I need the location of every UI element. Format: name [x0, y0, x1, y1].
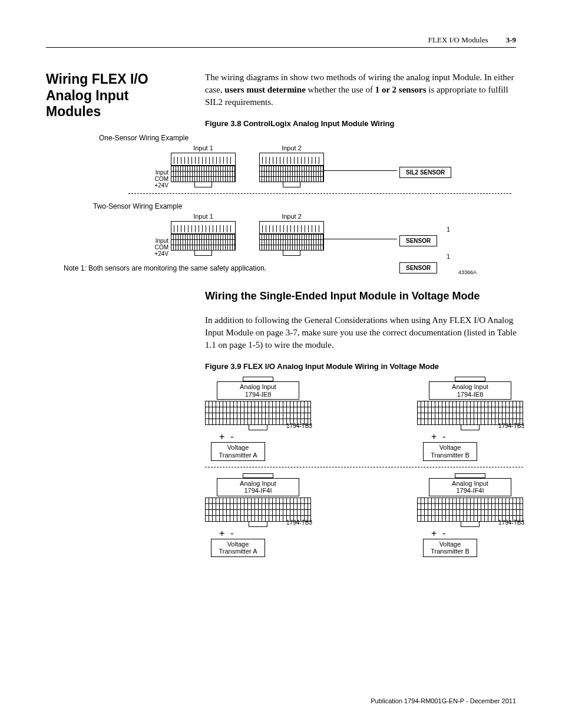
one-sensor-subcaption: One-Sensor Wiring Example [99, 134, 511, 142]
page: FLEX I/O Modules 3-9 Wiring FLEX I/O Ana… [0, 0, 562, 728]
figure-3-9-caption: Figure 3.9 FLEX I/O Analog Input Module … [205, 362, 523, 371]
note-1-text: Note 1: Both sensors are monitoring the … [64, 264, 511, 272]
label-com: COM [140, 176, 168, 182]
figure-3-8-diagram: One-Sensor Wiring Example Input COM +24V… [64, 134, 511, 272]
fig39-top-row: Analog Input 1794-IE8 1794-TB3 +- Voltag… [205, 377, 523, 461]
vt-a2-l1: Voltage [227, 541, 249, 548]
module-input-1: Input 1 [171, 144, 236, 187]
vt-b-l1: Voltage [439, 444, 461, 451]
intro-bold-2: 1 or 2 sensors [375, 85, 427, 94]
two-sensor-subcaption: Two-Sensor Wiring Example [93, 202, 182, 210]
vt-b2-l2: Transmitter B [431, 548, 470, 555]
note1-ref-a: 1 [447, 226, 450, 233]
module-2-label: Input 2 [259, 144, 324, 151]
mod-if4i-line2-a: 1794-IF4I [244, 487, 272, 494]
module-1-label: Input 1 [171, 144, 236, 151]
fig39-bottom-row: Analog Input 1794-IF4I 1794-TB3 +- Volta… [205, 473, 523, 558]
tb3-label-a: 1794-TB3 [286, 423, 312, 429]
terminal-labels-2: Input COM +24V [140, 213, 171, 257]
section-title: Wiring FLEX I/O Analog Input Modules [46, 71, 187, 120]
figure-3-9-diagram: Analog Input 1794-IE8 1794-TB3 +- Voltag… [205, 377, 523, 557]
assembly-ie8-b: Analog Input 1794-IE8 1794-TB3 +- Voltag… [417, 377, 523, 461]
tb3-label-d: 1794-TB3 [498, 519, 524, 526]
figure-3-8-caption: Figure 3.8 ControlLogix Analog Input Mod… [205, 119, 523, 128]
mod-ie8-line1-b: Analog Input [452, 383, 488, 390]
label-com-2: COM [140, 244, 168, 251]
running-header: FLEX I/O Modules 3-9 [46, 35, 516, 45]
intro-bold-1: users must determine [224, 85, 305, 94]
module-2b-label: Input 2 [259, 213, 324, 220]
intro-text-2: whether the use of [306, 85, 375, 94]
footer-publication: Publication 1794-RM001G-EN-P - December … [371, 697, 516, 704]
vt-a-l2: Transmitter A [219, 452, 257, 459]
two-sensor-row: Input COM +24V Input 1 Input 2 [140, 213, 511, 257]
polarity-b: +- [431, 431, 523, 442]
polarity-d: +- [431, 528, 523, 539]
voltage-transmitter-a2: Voltage Transmitter A [211, 539, 265, 557]
header-rule [46, 47, 516, 48]
vt-b2-l1: Voltage [439, 541, 461, 548]
polarity-c: +- [219, 528, 311, 539]
mod-if4i-line1-a: Analog Input [240, 480, 276, 487]
one-sensor-row: Input COM +24V Input 1 Input 2 [140, 144, 511, 189]
label-input: Input [140, 169, 168, 176]
header-section: FLEX I/O Modules [428, 35, 488, 45]
tb3-label-c: 1794-TB3 [286, 519, 312, 526]
sensor-box-b: SENSOR [399, 262, 437, 274]
header-page-number: 3-9 [506, 35, 516, 45]
assembly-if4i-b: Analog Input 1794-IF4I 1794-TB3 +- Volta… [417, 473, 523, 558]
sil2-sensor-box: SIL2 SENSOR [399, 167, 451, 178]
figure-ref-number: 43366A [458, 269, 477, 275]
voltage-transmitter-b2: Voltage Transmitter B [423, 539, 477, 557]
polarity-a: +- [219, 431, 311, 442]
wire-to-sensor [323, 170, 397, 171]
tb3-label-b: 1794-TB3 [498, 423, 524, 429]
assembly-ie8-a: Analog Input 1794-IE8 1794-TB3 +- Voltag… [205, 377, 311, 461]
dash-divider-1 [128, 193, 511, 194]
vt-a-l1: Voltage [227, 444, 249, 451]
subsection-body: In addition to following the General Con… [205, 314, 523, 351]
intro-paragraph: The wiring diagrams in show two methods … [205, 71, 523, 108]
label-input-2: Input [140, 238, 168, 244]
mod-if4i-line1-b: Analog Input [452, 480, 488, 487]
mod-if4i-line2-b: 1794-IF4I [456, 487, 484, 494]
module-input-2b: Input 2 [259, 213, 324, 256]
mod-ie8-line1-a: Analog Input [240, 383, 276, 390]
module-input-1b: Input 1 [171, 213, 236, 256]
voltage-transmitter-b: Voltage Transmitter B [423, 442, 477, 460]
vt-b-l2: Transmitter B [431, 452, 470, 459]
mod-ie8-line2-b: 1794-IE8 [457, 391, 484, 398]
subsection-title: Wiring the Single-Ended Input Module in … [205, 290, 523, 302]
note1-ref-b: 1 [447, 253, 450, 260]
vt-a2-l2: Transmitter A [219, 548, 257, 555]
assembly-if4i-a: Analog Input 1794-IF4I 1794-TB3 +- Volta… [205, 473, 311, 558]
voltage-transmitter-a: Voltage Transmitter A [211, 442, 265, 460]
mod-ie8-line2-a: 1794-IE8 [245, 391, 272, 398]
label-24v-2: +24V [140, 251, 168, 257]
module-1b-label: Input 1 [171, 213, 236, 220]
wire-to-sensor-a [323, 239, 397, 239]
sensor-box-a: SENSOR [399, 235, 437, 246]
fig39-dash-divider [205, 467, 523, 467]
terminal-labels: Input COM +24V [140, 144, 171, 189]
label-24v: +24V [140, 182, 168, 189]
module-input-2: Input 2 [259, 144, 324, 187]
